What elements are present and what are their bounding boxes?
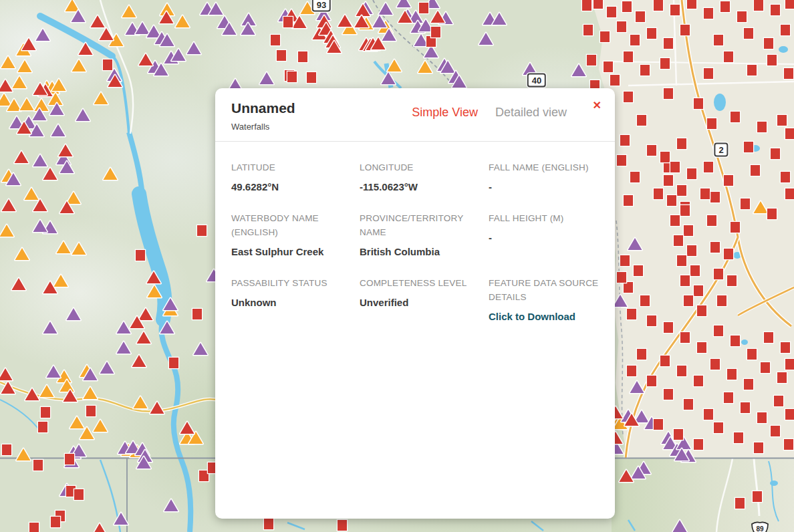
map-marker-square-red[interactable] — [616, 154, 628, 167]
map-marker-triangle-orange[interactable] — [146, 284, 162, 299]
map-marker-triangle-orange[interactable] — [39, 384, 55, 398]
map-marker-triangle-red[interactable] — [13, 150, 29, 164]
map-marker-square-red[interactable] — [733, 431, 745, 444]
tab-simple-view[interactable]: Simple View — [412, 106, 478, 120]
map-marker-square-red[interactable] — [706, 214, 718, 227]
map-marker-square-red[interactable] — [672, 234, 684, 247]
map-marker-square-red[interactable] — [769, 147, 781, 160]
map-marker-square-red[interactable] — [602, 60, 614, 74]
map-marker-triangle-purple[interactable] — [45, 364, 61, 379]
map-marker-square-red[interactable] — [784, 127, 794, 140]
map-marker-triangle-orange[interactable] — [71, 241, 87, 256]
map-marker-triangle-purple[interactable] — [162, 297, 178, 311]
map-marker-triangle-orange[interactable] — [55, 240, 72, 255]
map-marker-square-red[interactable] — [585, 53, 598, 67]
map-marker-square-red[interactable] — [622, 90, 634, 104]
map-marker-square-red[interactable] — [716, 294, 728, 307]
map-marker-square-red[interactable] — [743, 140, 755, 154]
map-marker-triangle-red[interactable] — [24, 387, 40, 402]
map-marker-triangle-red[interactable] — [42, 280, 58, 295]
map-marker-square-red[interactable] — [1, 443, 13, 456]
map-marker-square-red[interactable] — [269, 33, 281, 47]
map-marker-triangle-red[interactable] — [32, 82, 48, 96]
map-marker-square-red[interactable] — [85, 404, 97, 418]
map-marker-triangle-red[interactable] — [107, 74, 123, 88]
map-marker-square-red[interactable] — [702, 67, 714, 80]
map-marker-square-red[interactable] — [773, 394, 785, 408]
map-marker-triangle-purple[interactable] — [32, 219, 48, 233]
map-marker-square-red[interactable] — [599, 30, 611, 43]
map-marker-square-red[interactable] — [629, 33, 641, 47]
map-marker-square-red[interactable] — [753, 0, 765, 12]
map-marker-triangle-purple[interactable] — [192, 342, 209, 356]
map-marker-square-red[interactable] — [682, 398, 694, 411]
map-marker-square-red[interactable] — [784, 0, 794, 10]
map-marker-square-red[interactable] — [669, 214, 681, 227]
map-marker-square-red[interactable] — [769, 3, 781, 17]
map-marker-square-red[interactable] — [63, 452, 76, 466]
map-marker-square-red[interactable] — [692, 97, 704, 110]
map-marker-square-red[interactable] — [743, 27, 755, 40]
map-marker-triangle-purple[interactable] — [50, 123, 66, 138]
map-marker-triangle-orange[interactable] — [93, 91, 109, 106]
map-marker-triangle-red[interactable] — [32, 198, 48, 213]
map-marker-triangle-red[interactable] — [337, 13, 353, 28]
map-marker-square-red[interactable] — [666, 194, 678, 207]
map-marker-triangle-red[interactable] — [149, 400, 165, 415]
map-marker-square-red[interactable] — [32, 458, 44, 472]
map-marker-square-red[interactable] — [712, 324, 724, 338]
map-marker-triangle-purple[interactable] — [159, 320, 175, 335]
map-marker-triangle-red[interactable] — [59, 200, 75, 215]
map-marker-square-red[interactable] — [779, 170, 791, 184]
map-marker-square-red[interactable] — [779, 341, 791, 354]
map-marker-triangle-orange[interactable] — [174, 14, 190, 29]
map-marker-triangle-purple[interactable] — [75, 108, 91, 122]
map-marker-triangle-purple[interactable] — [627, 237, 643, 251]
map-marker-triangle-orange[interactable] — [79, 426, 95, 440]
map-marker-triangle-red[interactable] — [1, 198, 17, 213]
map-marker-square-red[interactable] — [646, 374, 658, 388]
map-marker-triangle-purple[interactable] — [82, 367, 98, 382]
map-marker-square-red[interactable] — [719, 0, 731, 13]
map-marker-triangle-purple[interactable] — [571, 63, 587, 78]
map-marker-square-red[interactable] — [712, 267, 724, 281]
map-marker-triangle-red[interactable] — [16, 120, 32, 135]
map-marker-triangle-purple[interactable] — [672, 519, 688, 532]
map-marker-triangle-red[interactable] — [78, 41, 94, 56]
map-marker-square-red[interactable] — [702, 160, 714, 174]
map-marker-square-red[interactable] — [722, 174, 735, 187]
map-marker-triangle-purple[interactable] — [99, 360, 115, 375]
map-marker-triangle-purple[interactable] — [163, 498, 179, 513]
map-marker-triangle-red[interactable] — [370, 36, 386, 51]
map-marker-square-red[interactable] — [743, 378, 755, 391]
map-marker-triangle-orange[interactable] — [15, 447, 31, 462]
map-marker-square-red[interactable] — [679, 274, 691, 287]
map-marker-triangle-purple[interactable] — [221, 21, 237, 36]
map-marker-square-red[interactable] — [686, 0, 698, 10]
map-marker-square-red[interactable] — [634, 10, 646, 23]
map-marker-triangle-purple[interactable] — [113, 511, 129, 526]
map-marker-triangle-purple[interactable] — [136, 455, 152, 470]
map-marker-square-red[interactable] — [652, 418, 664, 431]
map-marker-square-red[interactable] — [49, 515, 61, 529]
map-marker-square-red[interactable] — [676, 137, 688, 150]
map-marker-triangle-red[interactable] — [397, 9, 413, 24]
map-marker-triangle-red[interactable] — [146, 270, 162, 285]
map-marker-triangle-red[interactable] — [92, 522, 108, 532]
map-marker-triangle-purple[interactable] — [5, 172, 21, 186]
map-marker-square-red[interactable] — [636, 348, 648, 361]
map-marker-triangle-purple[interactable] — [65, 307, 82, 321]
map-marker-square-red[interactable] — [784, 187, 794, 201]
map-marker-square-red[interactable] — [73, 488, 85, 501]
map-marker-square-red[interactable] — [275, 49, 287, 62]
map-marker-square-red[interactable] — [702, 408, 714, 421]
map-marker-square-red[interactable] — [766, 207, 778, 221]
map-marker-triangle-red[interactable] — [0, 78, 13, 93]
map-marker-square-red[interactable] — [692, 374, 704, 388]
map-marker-square-red[interactable] — [751, 490, 763, 503]
map-marker-square-red[interactable] — [621, 0, 633, 13]
map-marker-triangle-red[interactable] — [11, 277, 27, 291]
map-marker-square-red[interactable] — [581, 0, 593, 12]
map-marker-square-red[interactable] — [609, 74, 621, 87]
map-marker-square-red[interactable] — [662, 37, 674, 50]
